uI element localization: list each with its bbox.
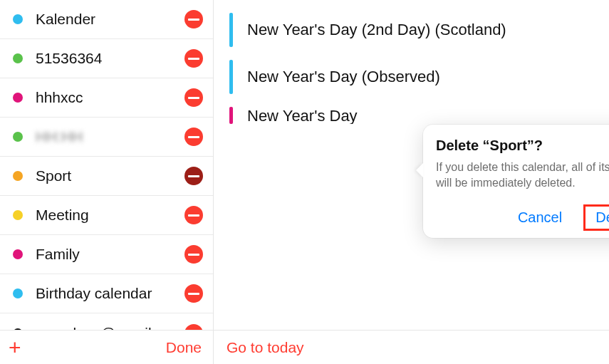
remove-calendar-button[interactable] (184, 284, 203, 303)
calendar-name: hhhxcc (36, 89, 184, 106)
calendar-color-dot (13, 288, 23, 298)
calendar-color-dot (13, 249, 23, 259)
event-color-bar (229, 107, 233, 124)
calendar-sidebar: Kalender 51536364 hhhxcc HH:HH (0, 0, 214, 330)
calendar-color-dot (13, 171, 23, 181)
calendar-color-dot (13, 14, 23, 24)
calendar-name: Kalender (36, 11, 184, 28)
event-title: New Year's Day (2nd Day) (Scotland) (247, 21, 506, 39)
calendar-row[interactable]: ronvalans@gmail.com (0, 313, 213, 330)
calendar-row[interactable]: HH:HH (0, 118, 213, 157)
calendar-name: 51536364 (36, 50, 184, 67)
calendar-row[interactable]: Family (0, 235, 213, 274)
event-row[interactable]: New Year's Day (229, 107, 609, 124)
calendar-name: HH:HH (36, 128, 184, 145)
event-row[interactable]: New Year's Day (Observed) (229, 60, 609, 94)
calendar-row[interactable]: hhhxcc (0, 78, 213, 118)
calendar-name: Birthday calendar (36, 285, 184, 302)
dialog-message: If you delete this calendar, all of its … (436, 160, 609, 190)
remove-calendar-button[interactable] (184, 167, 203, 185)
event-title: New Year's Day (247, 107, 358, 124)
add-calendar-button[interactable]: + (9, 337, 21, 358)
calendar-color-dot (13, 210, 23, 220)
event-color-bar (229, 13, 233, 47)
calendar-row[interactable]: Meeting (0, 196, 213, 235)
calendar-color-dot (13, 53, 23, 63)
calendar-name: Sport (36, 167, 184, 184)
go-to-today-button[interactable]: Go to today (227, 339, 304, 356)
calendar-name: Family (36, 246, 184, 263)
remove-calendar-button[interactable] (184, 324, 203, 331)
event-list: New Year's Day (2nd Day) (Scotland) New … (214, 0, 609, 330)
remove-calendar-button[interactable] (184, 88, 203, 107)
event-title: New Year's Day (Observed) (247, 68, 440, 86)
calendar-row[interactable]: Kalender (0, 0, 213, 39)
delete-button[interactable]: Delete (583, 204, 609, 231)
remove-calendar-button[interactable] (184, 10, 203, 28)
calendar-row[interactable]: Birthday calendar (0, 274, 213, 313)
remove-calendar-button[interactable] (184, 206, 203, 224)
event-color-bar (229, 60, 233, 94)
calendar-row[interactable]: 51536364 (0, 39, 213, 78)
done-button[interactable]: Done (166, 339, 202, 356)
remove-calendar-button[interactable] (184, 245, 203, 264)
dialog-title: Delete “Sport”? (436, 137, 609, 154)
footer-bar: + Done Go to today (0, 330, 609, 364)
calendar-row[interactable]: Sport (0, 157, 213, 196)
remove-calendar-button[interactable] (184, 49, 203, 68)
calendar-name: ronvalans@gmail.com (36, 325, 184, 331)
delete-confirm-popover: Delete “Sport”? If you delete this calen… (423, 125, 609, 238)
calendar-color-dot (13, 132, 23, 142)
remove-calendar-button[interactable] (184, 128, 203, 146)
cancel-button[interactable]: Cancel (511, 205, 569, 230)
event-row[interactable]: New Year's Day (2nd Day) (Scotland) (229, 13, 609, 47)
calendar-color-dot (13, 93, 23, 103)
calendar-name: Meeting (36, 207, 184, 224)
